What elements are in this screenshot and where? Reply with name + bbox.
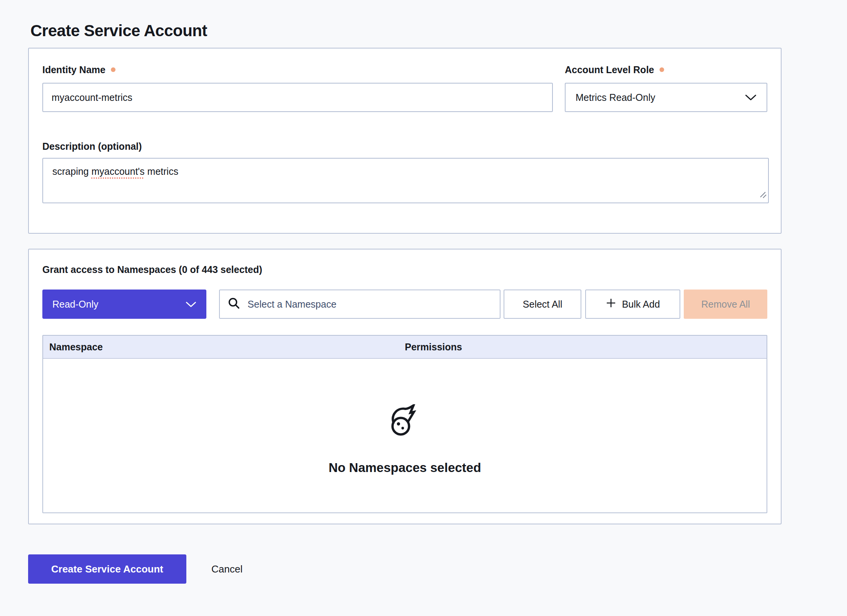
identity-name-input[interactable] [42,83,553,112]
remove-all-label: Remove All [701,299,750,310]
description-label: Description (optional) [42,141,767,152]
chevron-down-icon [186,299,196,310]
description-label-text: Description (optional) [42,141,142,152]
page-title: Create Service Account [30,22,207,40]
namespace-search-box [219,290,500,319]
description-text: metrics [145,166,179,177]
required-dot-icon [660,67,664,72]
namespace-role-selected-value: Read-Only [52,299,99,310]
bulk-add-button[interactable]: Bulk Add [585,290,680,319]
required-dot-icon [111,67,116,72]
description-field-group: Description (optional) scraping myaccoun… [42,141,767,203]
identity-name-label: Identity Name [42,64,553,75]
bulk-add-label: Bulk Add [622,299,660,310]
namespaces-toolbar: Read-Only Select All Bulk Add Remove All [42,290,767,319]
column-header-namespace: Namespace [43,341,405,353]
account-role-select[interactable]: Metrics Read-Only [565,83,767,112]
create-service-account-button[interactable]: Create Service Account [28,554,186,584]
meteor-icon [388,404,422,440]
identity-name-label-text: Identity Name [42,64,105,75]
account-role-label: Account Level Role [565,64,767,75]
search-icon [228,297,241,311]
namespaces-card: Grant access to Namespaces (0 of 443 sel… [28,249,782,524]
select-all-label: Select All [523,299,562,310]
resize-handle-icon[interactable] [758,189,767,201]
plus-icon [606,298,616,311]
description-misspelled-word: myaccount's [91,166,144,177]
namespaces-table-body: No Namespaces selected [43,359,767,512]
cancel-button[interactable]: Cancel [211,554,243,584]
column-header-permissions: Permissions [405,341,767,353]
select-all-button[interactable]: Select All [504,290,581,319]
account-role-label-text: Account Level Role [565,64,654,75]
namespaces-table-header: Namespace Permissions [43,336,767,359]
remove-all-button[interactable]: Remove All [684,290,767,319]
account-role-selected-value: Metrics Read-Only [576,92,655,103]
description-textarea[interactable]: scraping myaccount's metrics [42,158,769,203]
namespace-search-input[interactable] [247,298,492,310]
namespaces-heading: Grant access to Namespaces (0 of 443 sel… [42,263,767,276]
namespace-role-dropdown[interactable]: Read-Only [42,290,206,319]
namespaces-table: Namespace Permissions No Namespaces sele… [42,335,767,513]
identity-name-field-group: Identity Name [42,64,553,112]
empty-state-message: No Namespaces selected [328,460,481,475]
account-role-field-group: Account Level Role Metrics Read-Only [565,64,767,112]
description-text: scraping [52,166,91,177]
identity-card: Identity Name Account Level Role Metrics… [28,48,782,234]
chevron-down-icon [745,92,757,103]
